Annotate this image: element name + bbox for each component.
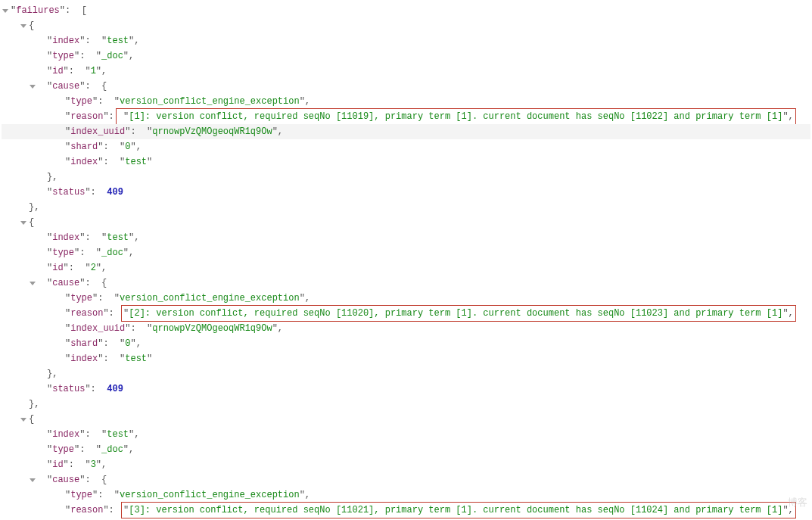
key: index (52, 230, 79, 245)
expand-toggle-arrow-icon[interactable] (29, 476, 36, 484)
expand-toggle-arrow-icon[interactable] (20, 416, 27, 423)
json-line[interactable]: "reason": "[2]: version conflict, requir… (2, 306, 810, 321)
json-line[interactable]: }, (2, 366, 810, 381)
key: cause (52, 472, 79, 487)
json-line[interactable]: "type": "_doc", (2, 245, 810, 260)
key: status (52, 381, 85, 397)
key: type (70, 94, 92, 109)
value: version_conflict_engine_exception (120, 94, 300, 109)
json-line[interactable]: "status": 409 (2, 185, 810, 200)
json-line[interactable]: }, (2, 200, 810, 215)
json-line[interactable]: "index": "test", (2, 427, 810, 442)
value: 3 (91, 457, 96, 472)
value: 0 (125, 336, 130, 351)
json-line[interactable]: "id": "3", (2, 457, 810, 472)
close-brace: } (47, 170, 52, 185)
json-line[interactable]: { (2, 18, 810, 33)
json-line[interactable]: { (2, 412, 810, 427)
json-line[interactable]: "index": "test", (2, 33, 810, 48)
open-bracket: [ (82, 3, 87, 18)
close-brace: } (29, 200, 34, 215)
json-line[interactable]: }, (2, 170, 810, 185)
key: shard (70, 139, 98, 154)
json-line[interactable]: "type": "version_conflict_engine_excepti… (2, 94, 810, 109)
value: test (107, 33, 129, 48)
value: test (125, 351, 147, 366)
value: [1]: version conflict, required seqNo [1… (129, 111, 782, 122)
value: _doc (101, 48, 123, 64)
json-line[interactable]: "cause": { (2, 79, 810, 94)
key: index (70, 351, 98, 366)
key: reason (70, 306, 103, 321)
json-line[interactable]: "reason": "[3]: version conflict, requir… (2, 503, 810, 518)
close-brace: } (47, 366, 52, 381)
json-line[interactable]: "type": "_doc", (2, 48, 810, 64)
open-brace: { (101, 472, 107, 487)
value: _doc (101, 245, 123, 260)
value: qrnowpVzQMOgeoqWR1q9Ow (152, 321, 272, 336)
open-brace: { (101, 276, 107, 291)
json-line-root[interactable]: "failures": [ (2, 3, 810, 18)
value: 409 (107, 381, 123, 397)
expand-toggle-arrow-icon[interactable] (29, 279, 36, 287)
json-line[interactable]: "reason": "[1]: version conflict, requir… (2, 109, 810, 124)
expand-toggle-arrow-icon[interactable] (20, 22, 27, 30)
json-line[interactable]: "shard": "0", (2, 139, 810, 154)
key: type (52, 48, 74, 64)
json-line[interactable]: "cause": { (2, 276, 810, 291)
key: id (52, 64, 63, 79)
open-brace: { (29, 215, 34, 230)
key: type (70, 291, 92, 306)
open-brace: { (101, 79, 107, 94)
highlighted-error-reason: "[1]: version conflict, required seqNo [… (116, 108, 796, 125)
key: shard (70, 336, 98, 351)
key: reason (70, 503, 103, 518)
value: 409 (107, 185, 123, 200)
close-brace: } (29, 397, 34, 412)
value: test (107, 427, 129, 442)
key: cause (52, 79, 79, 94)
open-brace: { (29, 412, 34, 427)
value: version_conflict_engine_exception (120, 291, 300, 306)
json-line[interactable]: "index_uuid": "qrnowpVzQMOgeoqWR1q9Ow", (2, 124, 810, 139)
json-line[interactable]: "status": 409 (2, 381, 810, 397)
json-line[interactable]: }, (2, 397, 810, 412)
value: 0 (125, 139, 130, 154)
json-line[interactable]: "index": "test" (2, 351, 810, 366)
expand-toggle-arrow-icon[interactable] (29, 83, 36, 90)
json-line[interactable]: "index": "test", (2, 230, 810, 245)
json-line[interactable]: "type": "version_conflict_engine_excepti… (2, 487, 810, 503)
json-line[interactable]: "type": "version_conflict_engine_excepti… (2, 291, 810, 306)
json-viewer: "failures": [ { "index": "test", "type":… (0, 0, 812, 520)
key: type (52, 442, 74, 457)
json-line[interactable]: "shard": "0", (2, 336, 810, 351)
value: version_conflict_engine_exception (120, 487, 300, 503)
highlighted-error-reason: "[3]: version conflict, required seqNo [… (121, 502, 796, 518)
json-line[interactable]: "index": "test" (2, 154, 810, 170)
json-line[interactable]: "index_uuid": "qrnowpVzQMOgeoqWR1q9Ow", (2, 321, 810, 336)
key: index (70, 154, 98, 170)
key: type (52, 245, 74, 260)
key: index_uuid (70, 321, 125, 336)
json-line[interactable]: "type": "_doc", (2, 442, 810, 457)
json-line[interactable]: "id": "2", (2, 260, 810, 276)
key: type (70, 487, 92, 503)
expand-toggle-arrow-icon[interactable] (20, 219, 27, 226)
key: index_uuid (70, 124, 125, 139)
key: id (52, 260, 63, 276)
key: id (52, 457, 63, 472)
value: 2 (91, 260, 96, 276)
key: failures (16, 3, 60, 18)
expand-toggle-arrow-icon[interactable] (2, 7, 9, 14)
value: qrnowpVzQMOgeoqWR1q9Ow (152, 124, 272, 139)
json-line[interactable]: { (2, 215, 810, 230)
key: cause (52, 276, 79, 291)
value: test (125, 154, 147, 170)
json-line[interactable]: "cause": { (2, 472, 810, 487)
open-brace: { (29, 18, 34, 33)
value: _doc (101, 442, 123, 457)
value: test (107, 230, 129, 245)
json-line[interactable]: "id": "1", (2, 64, 810, 79)
highlighted-error-reason: "[2]: version conflict, required seqNo [… (121, 305, 796, 322)
quote: " (11, 3, 16, 18)
